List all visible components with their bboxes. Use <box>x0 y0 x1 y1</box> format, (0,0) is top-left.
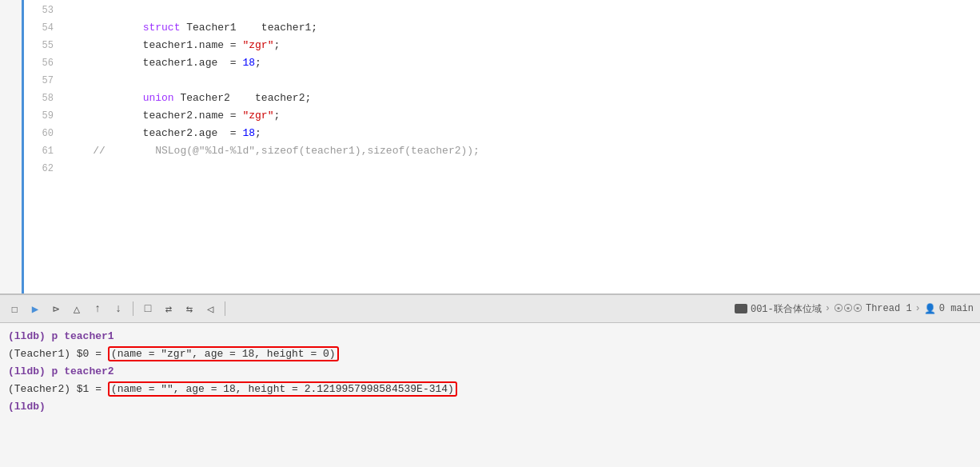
connect-button[interactable]: ⇆ <box>181 301 197 317</box>
line-number: 60 <box>24 125 54 142</box>
separator-1 <box>133 301 133 316</box>
code-line: teacher2.age = 18; <box>68 125 980 142</box>
stop-button[interactable]: ☐ <box>6 301 22 317</box>
breadcrumb-area: 001-联合体位域 › ⦿⦿⦿ Thread 1 › 👤 0 main <box>735 302 974 316</box>
code-line: // NSLog(@"%ld-%ld",sizeof(teacher1),siz… <box>68 142 980 160</box>
code-lines: struct Teacher1 teacher1; teacher1.name … <box>60 0 980 293</box>
debug-command: (lldb) p teacher2 <box>8 365 114 377</box>
line-number: 62 <box>24 160 54 178</box>
code-token <box>68 19 143 37</box>
debug-result-value: (name = "zgr", age = 18, height = 0) <box>108 346 339 361</box>
line-number: 55 <box>24 37 54 54</box>
separator-2 <box>225 301 225 316</box>
code-token: // NSLog(@"%ld-%ld",sizeof(teacher1),siz… <box>68 142 480 160</box>
code-editor: 53545556575859606162 struct Teacher1 tea… <box>0 0 980 294</box>
code-token: teacher2.name = <box>68 107 242 125</box>
code-token: Teacher2 teacher2; <box>174 90 312 107</box>
debug-line: (Teacher1) $0 = (name = "zgr", age = 18,… <box>8 345 972 363</box>
breadcrumb-frame[interactable]: 0 main <box>939 303 974 314</box>
breadcrumb-location[interactable]: 001-联合体位域 <box>751 302 822 316</box>
code-token: ; <box>255 54 261 72</box>
step-down-button[interactable]: ↓ <box>110 301 126 317</box>
code-line: union Teacher2 teacher2; <box>68 90 980 107</box>
debug-console: (lldb) p teacher1(Teacher1) $0 = (name =… <box>0 323 980 467</box>
code-token: teacher1.age = <box>68 54 242 72</box>
code-line: teacher1.name = "zgr"; <box>68 37 980 54</box>
share-button[interactable]: ⇄ <box>161 301 177 317</box>
debug-line: (lldb) p teacher2 <box>8 363 972 381</box>
breadcrumb-sep-1: › <box>825 303 831 314</box>
thread-icon: ⦿⦿⦿ <box>834 303 862 315</box>
location-icon <box>735 304 747 313</box>
debug-line: (lldb) p teacher1 <box>8 328 972 345</box>
debug-toolbar: ☐ ▶ ⊳ △ ↑ ↓ □ ⇄ ⇆ ◁ 001-联合体位域 › ⦿⦿⦿ Thre… <box>0 294 980 323</box>
code-token: teacher2.age = <box>68 125 242 142</box>
code-token: Teacher1 teacher1; <box>180 19 317 37</box>
code-line: teacher1.age = 18; <box>68 54 980 72</box>
line-number: 58 <box>24 90 54 107</box>
frame-button[interactable]: □ <box>140 301 156 317</box>
code-token: teacher1.name = <box>68 37 242 54</box>
code-line <box>68 72 980 90</box>
debug-result-value: (name = "", age = 18, height = 2.1219957… <box>108 381 457 397</box>
debug-line: (lldb) <box>8 398 972 416</box>
debug-command: (lldb) p teacher1 <box>8 330 114 342</box>
breadcrumb-sep-2: › <box>915 303 921 314</box>
code-token: ; <box>273 107 280 125</box>
code-token: "zgr" <box>242 107 273 125</box>
line-number: 57 <box>24 72 54 90</box>
step-into-button[interactable]: △ <box>69 301 85 317</box>
navigate-button[interactable]: ◁ <box>202 301 218 317</box>
code-token: ; <box>255 125 261 142</box>
debug-type-prefix: (Teacher2) $1 = <box>8 383 108 395</box>
line-number: 61 <box>24 142 54 160</box>
step-over-button[interactable]: ⊳ <box>48 301 64 317</box>
code-line: teacher2.name = "zgr"; <box>68 107 980 125</box>
line-number: 54 <box>24 19 54 37</box>
code-token: struct <box>143 19 181 37</box>
line-number: 56 <box>24 54 54 72</box>
code-line <box>68 160 980 178</box>
breadcrumb-thread[interactable]: Thread 1 <box>866 303 912 314</box>
debug-type-prefix: (Teacher1) $0 = <box>8 348 108 360</box>
code-token: ; <box>273 37 280 54</box>
continue-button[interactable]: ▶ <box>27 301 43 317</box>
code-token <box>68 90 143 107</box>
code-token: 18 <box>242 54 255 72</box>
code-token: 18 <box>242 125 255 142</box>
gutter-sidebar <box>0 0 24 293</box>
code-line <box>68 2 980 19</box>
step-out-button[interactable]: ↑ <box>90 301 106 317</box>
code-token: union <box>143 90 174 107</box>
debug-line: (Teacher2) $1 = (name = "", age = 18, he… <box>8 381 972 398</box>
line-number: 53 <box>24 2 54 19</box>
code-line: struct Teacher1 teacher1; <box>68 19 980 37</box>
line-number: 59 <box>24 107 54 125</box>
frame-person-icon: 👤 <box>924 303 936 315</box>
code-token: "zgr" <box>242 37 273 54</box>
debug-command: (lldb) <box>8 401 46 413</box>
line-numbers: 53545556575859606162 <box>24 0 60 293</box>
